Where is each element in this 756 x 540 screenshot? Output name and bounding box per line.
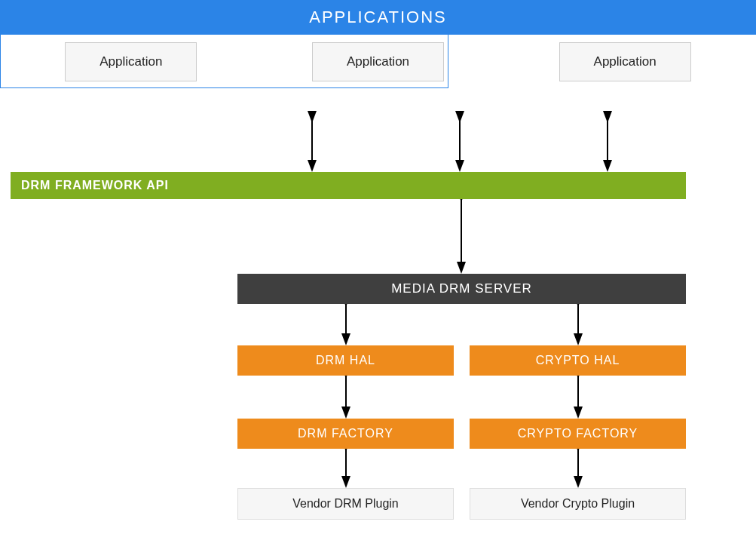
vendor-drm-plugin-box: Vendor DRM Plugin: [237, 488, 454, 520]
crypto-factory-box: CRYPTO FACTORY: [470, 419, 686, 449]
drm-factory-box: DRM FACTORY: [237, 419, 454, 449]
application-box: Application: [312, 42, 444, 81]
application-box: Application: [65, 42, 197, 81]
diagram-container: APPLICATIONS Application Application App…: [0, 0, 756, 540]
applications-header: APPLICATIONS: [0, 0, 756, 35]
media-drm-server-box: MEDIA DRM SERVER: [237, 274, 686, 304]
applications-block: APPLICATIONS Application Application App…: [0, 0, 448, 88]
application-box: Application: [559, 42, 691, 81]
drm-hal-box: DRM HAL: [237, 345, 454, 376]
crypto-hal-box: CRYPTO HAL: [470, 345, 686, 376]
drm-framework-api-bar: DRM FRAMEWORK API: [11, 172, 686, 199]
applications-row: Application Application Application: [0, 35, 756, 88]
vendor-crypto-plugin-box: Vendor Crypto Plugin: [470, 488, 686, 520]
